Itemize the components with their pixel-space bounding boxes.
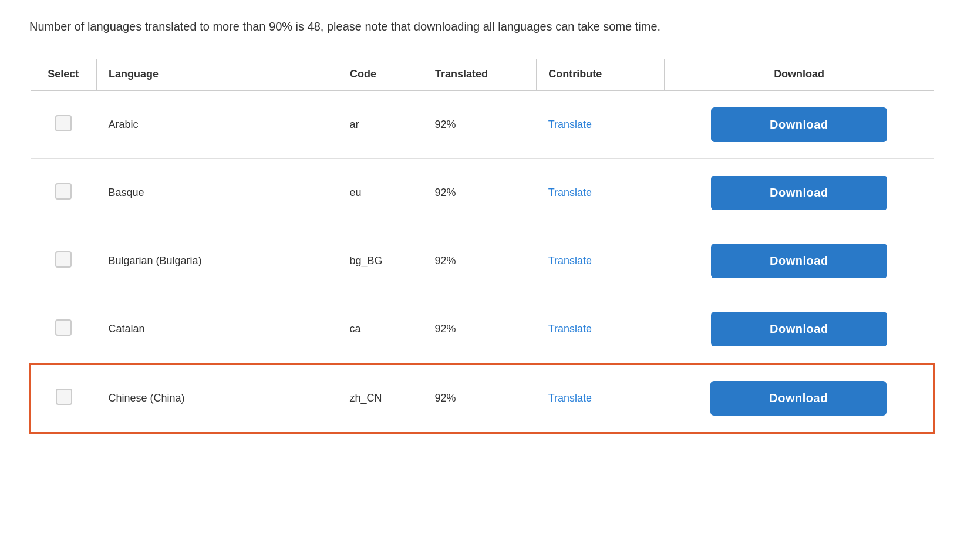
- row-checkbox[interactable]: [55, 319, 72, 336]
- select-cell: [31, 227, 97, 295]
- contribute-cell: Translate: [537, 295, 665, 364]
- intro-text: Number of languages translated to more t…: [29, 18, 675, 35]
- language-cell: Arabic: [97, 90, 338, 159]
- code-cell: ar: [338, 90, 423, 159]
- language-cell: Basque: [97, 159, 338, 227]
- code-cell: ca: [338, 295, 423, 364]
- row-checkbox[interactable]: [55, 251, 72, 268]
- table-header-row: Select Language Code Translated Contribu…: [31, 59, 934, 90]
- code-cell: zh_CN: [338, 364, 423, 433]
- download-cell: Download: [664, 90, 933, 159]
- table-row: Bulgarian (Bulgaria)bg_BG92%TranslateDow…: [31, 227, 934, 295]
- translate-link[interactable]: Translate: [548, 323, 592, 335]
- language-cell: Catalan: [97, 295, 338, 364]
- table-row: Basqueeu92%TranslateDownload: [31, 159, 934, 227]
- select-cell: [31, 295, 97, 364]
- translate-link[interactable]: Translate: [548, 187, 592, 198]
- download-cell: Download: [664, 159, 933, 227]
- header-code: Code: [338, 59, 423, 90]
- download-button[interactable]: Download: [711, 107, 887, 142]
- language-cell: Chinese (China): [97, 364, 338, 433]
- download-cell: Download: [664, 295, 933, 364]
- header-download: Download: [664, 59, 933, 90]
- download-button[interactable]: Download: [710, 381, 887, 416]
- download-button[interactable]: Download: [711, 244, 887, 278]
- contribute-cell: Translate: [537, 90, 665, 159]
- language-table: Select Language Code Translated Contribu…: [29, 59, 935, 434]
- table-row: Arabicar92%TranslateDownload: [31, 90, 934, 159]
- table-row: Chinese (China)zh_CN92%TranslateDownload: [31, 364, 934, 433]
- translated-cell: 92%: [423, 295, 536, 364]
- translated-cell: 92%: [423, 227, 536, 295]
- table-row: Catalanca92%TranslateDownload: [31, 295, 934, 364]
- contribute-cell: Translate: [537, 159, 665, 227]
- contribute-cell: Translate: [537, 364, 665, 433]
- header-translated: Translated: [423, 59, 536, 90]
- row-checkbox[interactable]: [56, 389, 72, 405]
- download-button[interactable]: Download: [711, 176, 887, 210]
- header-contribute: Contribute: [537, 59, 665, 90]
- translated-cell: 92%: [423, 159, 536, 227]
- translate-link[interactable]: Translate: [548, 119, 592, 130]
- translate-link[interactable]: Translate: [548, 392, 592, 404]
- translate-link[interactable]: Translate: [548, 255, 592, 266]
- download-cell: Download: [664, 227, 933, 295]
- code-cell: bg_BG: [338, 227, 423, 295]
- header-select: Select: [31, 59, 97, 90]
- row-checkbox[interactable]: [55, 183, 72, 200]
- language-cell: Bulgarian (Bulgaria): [97, 227, 338, 295]
- translated-cell: 92%: [423, 364, 536, 433]
- contribute-cell: Translate: [537, 227, 665, 295]
- select-cell: [31, 90, 97, 159]
- translated-cell: 92%: [423, 90, 536, 159]
- download-cell: Download: [664, 364, 933, 433]
- header-language: Language: [97, 59, 338, 90]
- row-checkbox[interactable]: [55, 115, 72, 131]
- select-cell: [31, 364, 97, 433]
- download-button[interactable]: Download: [711, 312, 887, 346]
- code-cell: eu: [338, 159, 423, 227]
- select-cell: [31, 159, 97, 227]
